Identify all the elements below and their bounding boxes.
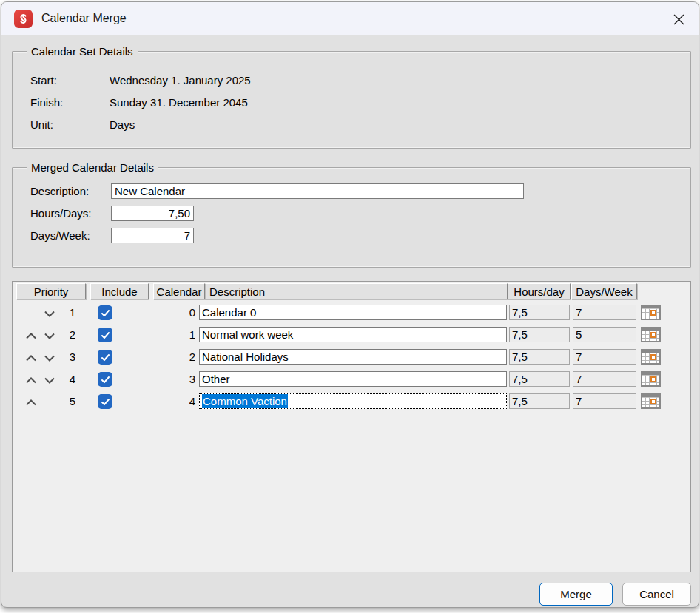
include-checkbox[interactable]: [98, 305, 112, 320]
merged-calendar-details-group: Merged Calendar Details Description: New…: [12, 167, 691, 268]
unit-value: Days: [110, 118, 135, 131]
text-caret: [289, 396, 289, 407]
calendar-table: PriorityIncludeCalendarDescriptionHours/…: [12, 281, 691, 572]
move-up-icon[interactable]: [25, 397, 37, 407]
days-week-cell[interactable]: 7: [573, 349, 636, 365]
days-week-cell[interactable]: 5: [573, 327, 636, 342]
table-row: 3 2 National Holidays 7,5 7: [13, 348, 690, 370]
calendar-number: 4: [166, 395, 195, 407]
hours-day-cell[interactable]: 7,5: [509, 327, 570, 342]
column-header-days-week[interactable]: Days/Week: [571, 283, 637, 299]
include-checkbox[interactable]: [98, 394, 112, 409]
description-text: Other: [202, 373, 230, 385]
calendar-number: 1: [166, 328, 195, 341]
title-bar: Calendar Merge: [1, 2, 699, 35]
hours-days-label: Hours/Days:: [30, 207, 92, 220]
merge-button[interactable]: Merge: [539, 583, 613, 606]
move-up-icon[interactable]: [25, 353, 37, 363]
column-header-calendar[interactable]: Calendar: [153, 283, 205, 299]
calendar-number: 2: [166, 350, 195, 363]
description-input[interactable]: New Calendar: [111, 183, 524, 199]
priority-value: 3: [53, 350, 75, 363]
calendar-picker-icon[interactable]: [641, 371, 661, 387]
hours-day-cell[interactable]: 7,5: [509, 349, 570, 365]
finish-label: Finish:: [30, 96, 63, 109]
description-text: Calendar 0: [202, 306, 256, 319]
table-row: 1 0 Calendar 0 7,5 7: [13, 303, 690, 325]
table-row: 2 1 Normal work week 7,5 5: [13, 325, 690, 348]
priority-value: 4: [53, 373, 75, 385]
description-text: Common Vaction: [202, 394, 288, 408]
group-title: Calendar Set Details: [27, 45, 138, 58]
description-cell-input[interactable]: Common Vaction: [199, 393, 507, 409]
close-icon[interactable]: [667, 9, 690, 30]
include-checkbox[interactable]: [98, 372, 112, 387]
hours-day-cell[interactable]: 7,5: [509, 393, 570, 409]
start-value: Wednesday 1. January 2025: [110, 74, 251, 87]
calendar-merge-dialog: Calendar Merge Calendar Set Details Star…: [1, 1, 699, 608]
days-week-cell[interactable]: 7: [573, 393, 636, 409]
calendar-number: 3: [166, 373, 195, 385]
hours-days-input[interactable]: 7,50: [111, 206, 194, 221]
include-checkbox[interactable]: [98, 328, 112, 342]
move-up-icon[interactable]: [25, 331, 37, 341]
description-text: Normal work week: [202, 328, 293, 341]
calendar-picker-icon[interactable]: [641, 349, 661, 365]
days-week-cell[interactable]: 7: [573, 371, 636, 387]
window-title: Calendar Merge: [41, 12, 127, 25]
column-header-include[interactable]: Include: [90, 283, 149, 299]
include-checkbox[interactable]: [98, 350, 112, 365]
calendar-picker-icon[interactable]: [641, 305, 661, 320]
finish-value: Sunday 31. December 2045: [110, 96, 248, 109]
column-header-priority[interactable]: Priority: [16, 283, 86, 299]
calendar-picker-icon[interactable]: [641, 393, 661, 409]
column-header-description[interactable]: Description: [206, 283, 508, 299]
app-logo-icon: [14, 10, 33, 28]
description-cell-input[interactable]: Other: [199, 371, 507, 387]
column-header-hours-day[interactable]: Hours/day: [508, 283, 571, 299]
days-week-cell[interactable]: 7: [573, 305, 636, 320]
description-cell-input[interactable]: National Holidays: [199, 349, 507, 365]
move-up-icon[interactable]: [25, 375, 37, 385]
priority-value: 2: [53, 328, 75, 341]
days-week-label: Days/Week:: [30, 229, 90, 242]
calendar-number: 0: [166, 306, 195, 319]
calendar-set-details-group: Calendar Set Details Start: Wednesday 1.…: [12, 51, 691, 149]
hours-day-cell[interactable]: 7,5: [509, 371, 570, 387]
table-row: 4 3 Other 7,5 7: [13, 370, 690, 392]
start-label: Start:: [30, 74, 57, 87]
priority-value: 5: [53, 395, 75, 407]
group-title: Merged Calendar Details: [27, 161, 158, 174]
description-text: National Holidays: [202, 350, 289, 363]
table-row: 5 4 Common Vaction 7,5 7: [13, 392, 690, 414]
hours-day-cell[interactable]: 7,5: [509, 305, 570, 320]
calendar-picker-icon[interactable]: [641, 327, 661, 342]
description-label: Description:: [30, 185, 89, 197]
days-week-input[interactable]: 7: [111, 228, 194, 243]
description-cell-input[interactable]: Calendar 0: [199, 305, 507, 320]
cancel-button[interactable]: Cancel: [622, 583, 691, 606]
priority-value: 1: [53, 306, 75, 319]
description-cell-input[interactable]: Normal work week: [199, 327, 507, 342]
unit-label: Unit:: [30, 118, 53, 131]
